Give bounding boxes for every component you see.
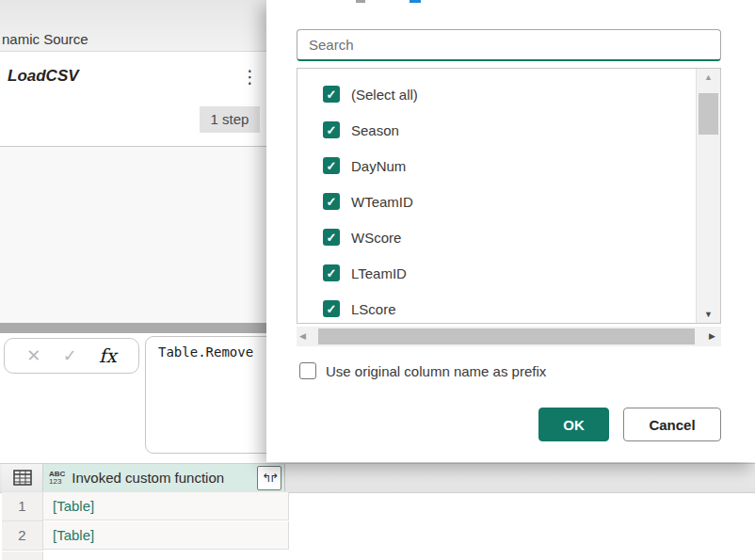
scroll-down-icon[interactable]: ▼ [697,310,720,319]
table-row-partial [2,552,43,560]
expand-column-icon[interactable]: ↰↱ [257,466,281,490]
steps-badge[interactable]: 1 step [200,106,260,133]
prefix-option[interactable]: Use original column name as prefix [299,362,546,379]
checkbox-checked-icon[interactable]: ✓ [323,157,340,174]
table-cell-link[interactable]: [Table] [43,492,289,520]
checkbox-checked-icon[interactable]: ✓ [323,229,340,246]
ok-button[interactable]: OK [538,408,609,441]
horizontal-scrollbar[interactable]: ◀ ▶ [297,327,721,346]
scroll-right-icon[interactable]: ▶ [709,327,715,346]
clipped-link-fragment [410,0,421,3]
vertical-scroll-thumb[interactable] [699,93,718,135]
table-cell-link[interactable]: [Table] [43,521,289,550]
horizontal-scroll-thumb[interactable] [318,328,695,344]
checkbox-checked-icon[interactable]: ✓ [323,121,340,138]
column-type-icon: ABC 123 [49,471,65,486]
checkbox-checked-icon[interactable]: ✓ [323,193,340,210]
fx-icon[interactable]: fx [99,344,117,367]
scroll-left-icon[interactable]: ◀ [299,327,306,346]
commit-formula-icon[interactable]: ✓ [63,345,77,366]
table-row: 1 [Table] [2,492,289,521]
column-option-select-all[interactable]: ✓ (Select all) [297,69,697,112]
table-corner-cell[interactable] [2,464,43,491]
formula-toolbar: ✕ ✓ fx [4,338,139,374]
column-option-lteamid[interactable]: ✓ LTeamID [297,255,697,291]
formula-text[interactable]: Table.Remove [158,344,253,360]
row-number[interactable]: 1 [2,492,43,521]
background-panel [0,147,266,323]
checkbox-unchecked-icon[interactable] [299,362,316,379]
column-option-lscore[interactable]: ✓ LScore [297,291,697,323]
source-title: namic Source [2,31,88,47]
column-header[interactable]: ABC 123 Invoked custom function ↰↱ [43,464,285,491]
expand-columns-dialog: ✓ (Select all) ✓ Season ✓ DayNum ✓ WTeam… [266,0,755,462]
table-grid-icon [13,470,32,486]
checkbox-checked-icon[interactable]: ✓ [323,86,340,103]
column-header-label: Invoked custom function [72,470,224,486]
checkbox-checked-icon[interactable]: ✓ [323,264,340,281]
column-option-wteamid[interactable]: ✓ WTeamID [297,184,697,219]
table-row: 2 [Table] [2,521,289,551]
search-input[interactable] [297,29,721,61]
query-title: LoadCSV [8,67,79,86]
vertical-scrollbar[interactable]: ▲ ▼ [696,69,720,323]
column-list: ✓ (Select all) ✓ Season ✓ DayNum ✓ WTeam… [297,68,721,324]
column-option-daynum[interactable]: ✓ DayNum [297,148,697,184]
clipped-title-fragment [356,0,365,3]
cancel-button[interactable]: Cancel [623,408,721,441]
kebab-menu-icon[interactable]: ⋮ [241,65,258,93]
row-number[interactable]: 2 [2,521,43,551]
discard-formula-icon[interactable]: ✕ [26,345,40,366]
column-option-season[interactable]: ✓ Season [297,112,697,148]
column-option-wscore[interactable]: ✓ WScore [297,219,697,255]
scroll-up-icon[interactable]: ▲ [697,72,720,82]
column-list-items: ✓ (Select all) ✓ Season ✓ DayNum ✓ WTeam… [297,69,697,323]
checkbox-checked-icon[interactable]: ✓ [323,300,340,317]
